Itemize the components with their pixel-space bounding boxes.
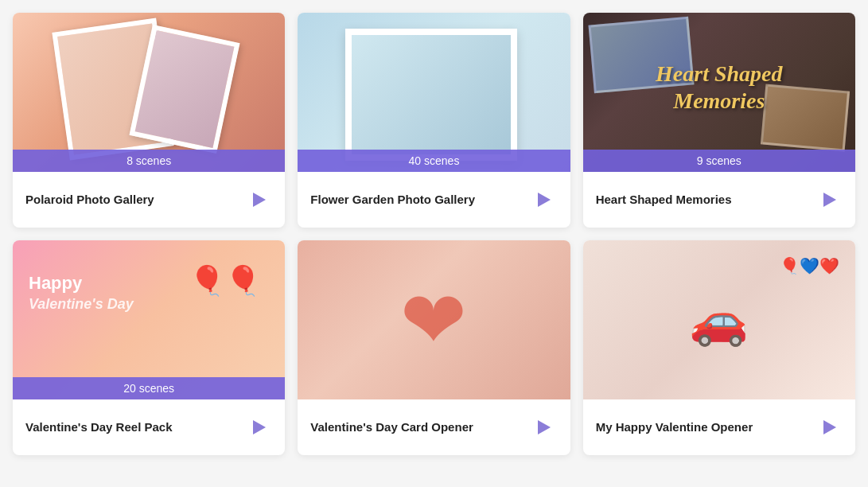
card-valentines-reel: HappyValentine's Day 20 scenes Valentine…	[13, 240, 285, 455]
play-icon-3	[823, 193, 836, 207]
card-valentines-card-opener: Valentine's Day Card Opener	[298, 240, 570, 455]
card-info-6: My Happy Valentine Opener	[583, 399, 855, 455]
play-button-3[interactable]	[814, 185, 843, 214]
card-info-5: Valentine's Day Card Opener	[298, 399, 570, 455]
card-thumb-5	[298, 240, 570, 399]
thumb-text-valentine: HappyValentine's Day	[29, 272, 134, 314]
card-info-1: Polaroid Photo Gallery	[13, 172, 285, 228]
card-heart-shaped-memories: Heart ShapedMemories 9 scenes Heart Shap…	[583, 13, 855, 228]
card-thumb-2: 40 scenes	[298, 13, 570, 172]
scenes-badge-1: 8 scenes	[13, 150, 285, 172]
gallery-grid: 8 scenes Polaroid Photo Gallery 40 scene…	[0, 0, 868, 468]
card-info-2: Flower Garden Photo Gallery	[298, 172, 570, 228]
card-polaroid-photo-gallery: 8 scenes Polaroid Photo Gallery	[13, 13, 285, 228]
play-button-5[interactable]	[529, 413, 558, 442]
scenes-badge-3: 9 scenes	[583, 150, 855, 172]
play-button-2[interactable]	[529, 185, 558, 214]
card-my-happy-valentine: My Happy Valentine Opener	[583, 240, 855, 455]
thumb-text-heart: Heart ShapedMemories	[656, 60, 782, 114]
card-title-6: My Happy Valentine Opener	[596, 419, 814, 435]
card-flower-garden: 40 scenes Flower Garden Photo Gallery	[298, 13, 570, 228]
card-thumb-4: HappyValentine's Day 20 scenes	[13, 240, 285, 399]
play-icon-1	[253, 193, 266, 207]
play-icon-4	[253, 420, 266, 434]
scenes-badge-4: 20 scenes	[13, 377, 285, 399]
card-info-3: Heart Shaped Memories	[583, 172, 855, 228]
card-title-4: Valentine's Day Reel Pack	[25, 419, 243, 435]
card-title-2: Flower Garden Photo Gallery	[310, 192, 528, 208]
scenes-badge-2: 40 scenes	[298, 150, 570, 172]
card-title-3: Heart Shaped Memories	[596, 192, 814, 208]
play-icon-5	[538, 420, 551, 434]
play-button-4[interactable]	[243, 413, 272, 442]
play-icon-6	[823, 420, 836, 434]
card-thumb-3: Heart ShapedMemories 9 scenes	[583, 13, 855, 172]
card-info-4: Valentine's Day Reel Pack	[13, 399, 285, 455]
card-thumb-1: 8 scenes	[13, 13, 285, 172]
card-thumb-6	[583, 240, 855, 399]
card-title-5: Valentine's Day Card Opener	[310, 419, 528, 435]
play-button-1[interactable]	[243, 185, 272, 214]
card-title-1: Polaroid Photo Gallery	[25, 192, 243, 208]
play-button-6[interactable]	[814, 413, 843, 442]
play-icon-2	[538, 193, 551, 207]
